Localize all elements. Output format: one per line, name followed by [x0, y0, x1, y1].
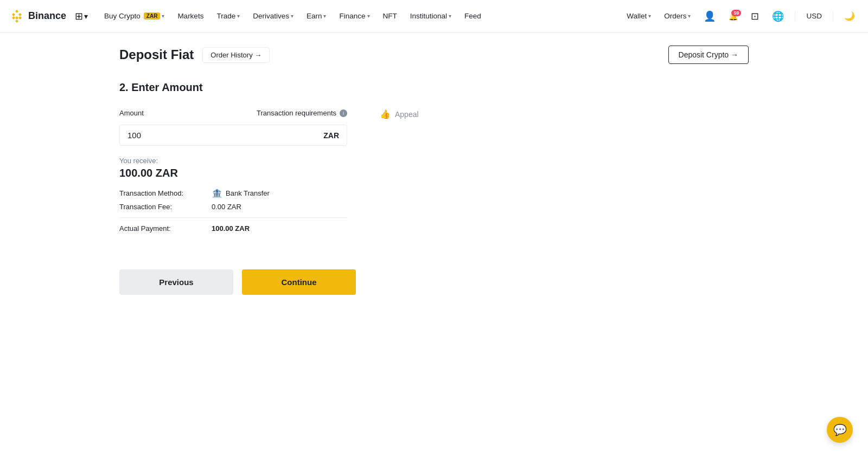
institutional-label: Institutional [410, 12, 447, 20]
amount-input-wrapper: ZAR [119, 125, 347, 146]
derivatives-label: Derivatives [253, 12, 289, 20]
currency-symbol: ZAR [323, 131, 339, 140]
requirements-label: Transaction requirements [257, 109, 336, 117]
orders-label: Orders [664, 12, 686, 20]
actual-payment-row: Actual Payment: 100.00 ZAR [119, 224, 347, 233]
nav-divider [795, 11, 795, 22]
notification-bell[interactable]: 🔔 59 [724, 9, 742, 24]
orders-chevron: ▾ [688, 13, 691, 19]
finance-label: Finance [339, 12, 365, 20]
trade-label: Trade [216, 12, 235, 20]
appeal-section[interactable]: 👍 Appeal [380, 109, 749, 119]
transaction-method-key: Transaction Method: [119, 189, 212, 197]
earn-label: Earn [307, 12, 322, 20]
you-receive-amount: 100.00 ZAR [119, 167, 347, 179]
page-wrapper: Deposit Fiat Order History → Deposit Cry… [108, 33, 760, 330]
wallet-label: Wallet [627, 12, 647, 20]
you-receive-label: You receive: [119, 157, 347, 165]
global-icon[interactable]: 🌐 [768, 7, 788, 25]
buttons-row: Previous Continue [119, 269, 749, 295]
nav-wallet[interactable]: Wallet ▾ [622, 9, 655, 23]
nav-finance[interactable]: Finance ▾ [334, 9, 375, 23]
order-history-label: Order History → [210, 51, 261, 59]
actual-payment-value: 100.00 ZAR [212, 224, 250, 233]
bank-icon: 🏦 [212, 188, 222, 198]
feed-label: Feed [464, 12, 481, 20]
trade-chevron: ▾ [237, 13, 240, 19]
qr-code-icon[interactable]: ⊡ [746, 7, 763, 25]
buy-crypto-label: Buy Crypto [104, 12, 141, 20]
nav-trade[interactable]: Trade ▾ [211, 9, 245, 23]
profile-icon[interactable]: 👤 [699, 7, 720, 25]
nav-items: Buy Crypto ZAR ▾ Markets Trade ▾ Derivat… [99, 9, 622, 23]
finance-chevron: ▾ [367, 13, 370, 19]
form-left: Amount Transaction requirements i ZAR Yo… [119, 109, 347, 237]
nav-institutional[interactable]: Institutional ▾ [405, 9, 457, 23]
nav-divider-2 [833, 11, 833, 22]
nav-buy-crypto[interactable]: Buy Crypto ZAR ▾ [99, 9, 170, 23]
nav-right: Wallet ▾ Orders ▾ 👤 🔔 59 ⊡ 🌐 USD 🌙 [622, 7, 859, 25]
order-history-button[interactable]: Order History → [202, 47, 270, 63]
buy-crypto-chevron: ▾ [162, 13, 164, 19]
nav-markets[interactable]: Markets [172, 9, 209, 23]
section-title: 2. Enter Amount [119, 81, 749, 94]
info-icon[interactable]: i [340, 109, 347, 117]
page-header: Deposit Fiat Order History → Deposit Cry… [119, 46, 749, 64]
earn-chevron: ▾ [323, 13, 326, 19]
appeal-label: Appeal [395, 110, 419, 119]
requirements-row: Transaction requirements i [257, 109, 347, 117]
logo[interactable]: Binance [9, 8, 66, 24]
transaction-fee-row: Transaction Fee: 0.00 ZAR [119, 203, 347, 211]
page-header-left: Deposit Fiat Order History → [119, 47, 270, 63]
content-area: 2. Enter Amount Amount Transaction requi… [119, 81, 749, 317]
previous-button[interactable]: Previous [119, 269, 233, 295]
transaction-fee-key: Transaction Fee: [119, 203, 212, 211]
continue-label: Continue [282, 278, 317, 287]
apps-menu[interactable]: ⊞ ▾ [75, 10, 88, 22]
form-right: 👍 Appeal [380, 109, 749, 237]
markets-label: Markets [177, 12, 203, 20]
derivatives-chevron: ▾ [291, 13, 293, 19]
dark-mode-toggle[interactable]: 🌙 [840, 8, 859, 24]
institutional-chevron: ▾ [449, 13, 451, 19]
amount-input[interactable] [127, 131, 323, 140]
continue-button[interactable]: Continue [242, 269, 356, 295]
previous-label: Previous [159, 278, 193, 287]
deposit-crypto-label: Deposit Crypto → [679, 50, 738, 59]
apps-chevron: ▾ [84, 12, 88, 21]
grid-icon: ⊞ [75, 10, 83, 22]
currency-label: USD [806, 12, 822, 20]
amount-label: Amount [119, 109, 144, 117]
page-title: Deposit Fiat [119, 47, 194, 62]
divider [119, 217, 347, 218]
wallet-chevron: ▾ [648, 13, 651, 19]
nav-nft[interactable]: NFT [378, 9, 403, 23]
transaction-method-row: Transaction Method: 🏦 Bank Transfer [119, 188, 347, 198]
navbar: Binance ⊞ ▾ Buy Crypto ZAR ▾ Markets Tra… [0, 0, 868, 33]
amount-header-row: Amount Transaction requirements i [119, 109, 347, 120]
actual-payment-key: Actual Payment: [119, 224, 212, 233]
nft-label: NFT [383, 12, 397, 20]
buy-crypto-badge: ZAR [144, 12, 161, 20]
notification-count: 59 [731, 10, 741, 16]
thumbs-up-icon: 👍 [380, 109, 391, 119]
nav-orders[interactable]: Orders ▾ [660, 9, 695, 23]
form-section: Amount Transaction requirements i ZAR Yo… [119, 109, 749, 237]
nav-feed[interactable]: Feed [459, 9, 487, 23]
nav-derivatives[interactable]: Derivatives ▾ [247, 9, 299, 23]
transaction-method-value: 🏦 Bank Transfer [212, 188, 270, 198]
bank-transfer-text: Bank Transfer [226, 189, 270, 197]
logo-text: Binance [28, 10, 66, 22]
nav-earn[interactable]: Earn ▾ [301, 9, 332, 23]
deposit-crypto-button[interactable]: Deposit Crypto → [668, 46, 749, 64]
currency-selector[interactable]: USD [802, 9, 826, 23]
transaction-fee-value: 0.00 ZAR [212, 203, 241, 211]
